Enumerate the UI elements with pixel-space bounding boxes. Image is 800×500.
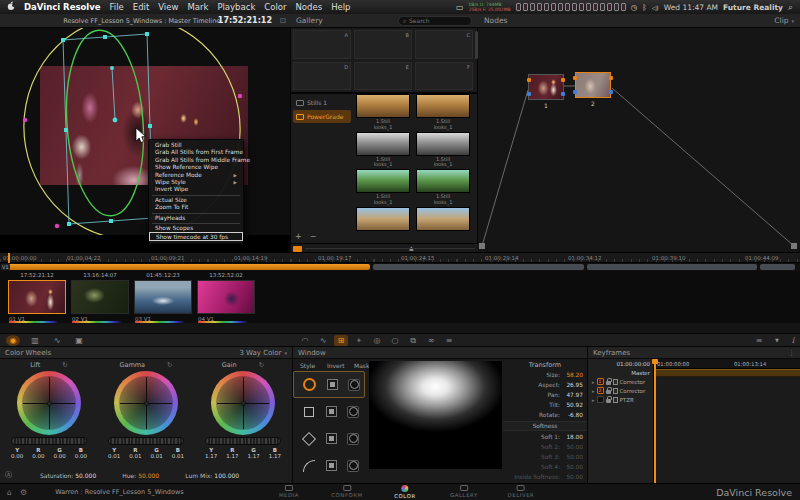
menu-help[interactable]: Help — [331, 2, 350, 12]
blur-icon[interactable]: ◎ — [370, 335, 384, 346]
lift-master-wheel[interactable] — [11, 437, 87, 445]
gallery-still[interactable]: 1.Stilllooks_1 — [415, 94, 471, 131]
lock-icon[interactable] — [606, 399, 611, 403]
color-viewer[interactable]: ▦ ⇄ ◁) |◀◀ ◀◀ |◀ ◀ ■ ▶ ▶| ▶▶ 01:00:00:00… — [0, 28, 290, 235]
apple-icon[interactable] — [7, 1, 15, 13]
window-alpha-preview[interactable] — [369, 361, 502, 469]
menu-item-grab-all-first[interactable]: Grab All Stills from First Frame — [149, 149, 243, 156]
scopes-icon[interactable]: ≡ — [442, 335, 456, 346]
clip-thumbnail-4[interactable] — [197, 280, 255, 314]
camera-raw-icon[interactable]: ▣ — [72, 335, 86, 346]
gallery-scroll-strip[interactable]: ▲ — [291, 243, 479, 252]
volume-icon[interactable]: ◁) — [652, 4, 659, 11]
lock-icon[interactable] — [606, 381, 611, 385]
power-window-overlay[interactable] — [0, 28, 290, 235]
corrector-node-1[interactable]: 1 — [528, 74, 564, 100]
invert-toggle[interactable] — [327, 379, 338, 390]
expand-arrow-icon[interactable]: ▸ — [592, 397, 595, 403]
gear-icon[interactable]: ⚙ — [20, 488, 27, 497]
tab-gallery[interactable]: GALLERY — [450, 485, 478, 498]
keyframe-menu-icon[interactable]: ≡ — [752, 335, 766, 346]
clip-thumbnail-3[interactable] — [134, 280, 192, 314]
master-keyframe-track[interactable] — [654, 369, 800, 377]
album-powergrade[interactable]: PowerGrade — [293, 110, 351, 123]
gain-color-wheel[interactable] — [211, 371, 275, 435]
gamma-color-wheel[interactable] — [114, 371, 178, 435]
menu-playback[interactable]: Playback — [217, 2, 255, 12]
soft4-control[interactable]: Soft 4:50.00 — [503, 462, 587, 472]
key-icon[interactable]: ○ — [388, 335, 402, 346]
window-palette-icon[interactable]: ⊞ — [334, 335, 348, 346]
menubar-app-icons[interactable] — [516, 3, 626, 11]
display-icon[interactable]: ▭ — [456, 3, 464, 12]
gallery-slot[interactable]: F — [415, 62, 473, 91]
circle-window-button[interactable] — [302, 377, 317, 392]
menubar-account[interactable]: Future Reality — [723, 3, 783, 12]
add-album-button[interactable]: + — [295, 232, 302, 241]
auto-icon[interactable]: Ⓐ — [5, 470, 12, 480]
tab-conform[interactable]: CONFORM — [331, 485, 363, 498]
stereo-icon[interactable]: ∞ — [424, 335, 438, 346]
gallery-slot[interactable]: B — [354, 30, 412, 59]
timeline-clip-bar[interactable]: V1 — [0, 263, 800, 271]
clip-segment-selected[interactable] — [8, 264, 370, 270]
menu-item-actual-size[interactable]: Actual Size — [149, 197, 243, 204]
curve-tool-icon[interactable]: ◠ — [298, 335, 312, 346]
search-input[interactable] — [409, 17, 467, 24]
soft-clip-icon[interactable]: ∿ — [316, 335, 330, 346]
gallery-still[interactable]: 1.Stilllooks_1 — [415, 132, 471, 169]
gallery-still[interactable]: 1.Stilllooks_1 — [355, 132, 411, 169]
size-control[interactable]: Size:58.20 — [503, 370, 587, 380]
keyframes-ruler[interactable]: 01:00:00:00 01:00:13:14 — [654, 359, 800, 369]
tilt-control[interactable]: Tilt:50.92 — [503, 400, 587, 410]
gallery-still[interactable]: 1.Stilllooks_1 — [415, 169, 471, 206]
clip-thumbnail-2[interactable] — [71, 280, 129, 314]
node-mode-select[interactable]: Clip — [774, 16, 788, 25]
reset-icon[interactable]: ↻ — [62, 361, 67, 369]
clip-segment[interactable] — [373, 264, 584, 270]
remove-album-button[interactable]: − — [310, 232, 317, 241]
node-graph[interactable]: 1 2 — [478, 28, 800, 252]
gamma-master-wheel[interactable] — [108, 437, 184, 445]
corrector-node-2-selected[interactable]: 2 — [575, 72, 611, 98]
invert-toggle[interactable] — [326, 433, 337, 444]
tab-deliver[interactable]: DELIVER — [508, 485, 535, 498]
more-icon[interactable]: ⋮ — [788, 349, 795, 357]
inside-softness-control[interactable]: Inside Softness:50.00 — [503, 472, 587, 482]
gallery-search[interactable]: ⌕ — [398, 16, 472, 26]
curve-window-button[interactable] — [301, 458, 316, 473]
menu-item-grab-still[interactable]: Grab Still — [149, 142, 243, 149]
gallery-still[interactable]: 1.Stilllooks_1 — [355, 169, 411, 206]
pan-control[interactable]: Pan:47.97 — [503, 390, 587, 400]
keyframes-playhead[interactable] — [654, 359, 656, 483]
menu-item-show-timecode-30fps[interactable]: Show timecode at 30 fps — [149, 232, 243, 241]
soft3-control[interactable]: Soft 3:50.00 — [503, 452, 587, 462]
menu-item-show-scopes[interactable]: Show Scopes — [149, 225, 243, 232]
expand-arrow-icon[interactable]: ▸ — [592, 388, 595, 394]
reset-icon[interactable]: ↻ — [167, 361, 172, 369]
mask-toggle[interactable] — [347, 406, 359, 418]
track-master[interactable]: Master — [588, 368, 653, 377]
gallery-slot[interactable]: C — [415, 30, 473, 59]
timeline-selector[interactable]: Resolve FF_Lesson 5_Windows : Master Tim… — [63, 17, 220, 25]
menu-item-wipe-style[interactable]: Wipe Style▶ — [149, 179, 243, 186]
soft1-control[interactable]: Soft 1:18.00 — [503, 432, 587, 442]
expand-arrow-icon[interactable]: ▸ — [592, 379, 595, 385]
gain-master-wheel[interactable] — [205, 437, 281, 445]
album-stills[interactable]: Stills 1 — [293, 96, 351, 109]
info-icon[interactable]: i — [786, 335, 800, 346]
lift-color-wheel[interactable] — [17, 371, 81, 435]
reset-icon[interactable]: ↻ — [259, 361, 264, 369]
track-ptzr[interactable]: ▸ PTZR — [588, 395, 653, 404]
menu-nodes[interactable]: Nodes — [296, 2, 323, 12]
linear-window-button[interactable] — [301, 404, 316, 419]
menu-mark[interactable]: Mark — [187, 2, 208, 12]
bluetooth-icon[interactable]: ᛒ — [642, 3, 647, 12]
tab-media[interactable]: MEDIA — [279, 485, 299, 498]
app-menu-title[interactable]: DaVinci Resolve — [24, 2, 101, 12]
clock-icon[interactable]: ◷ — [631, 3, 638, 12]
rgb-mixer-icon[interactable]: ▥ — [28, 335, 42, 346]
menu-item-invert-wipe[interactable]: Invert Wipe — [149, 186, 243, 193]
rotate-control[interactable]: Rotate:-6.80 — [503, 410, 587, 420]
broadcast-icon[interactable]: ▼ — [770, 335, 784, 346]
